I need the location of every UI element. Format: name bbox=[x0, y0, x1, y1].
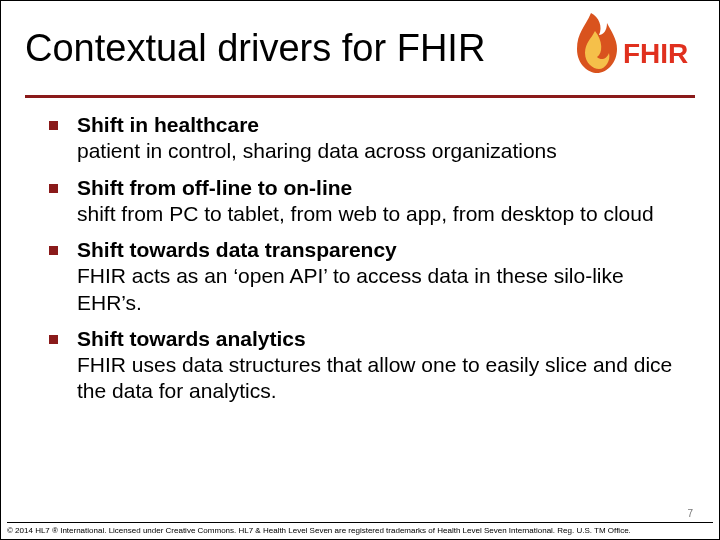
bullet-heading: Shift in healthcare bbox=[77, 113, 259, 136]
list-item: Shift towards analytics FHIR uses data s… bbox=[49, 326, 691, 405]
bullet-body: shift from PC to tablet, from web to app… bbox=[77, 202, 654, 225]
slide: Contextual drivers for FHIR FHIR Shift i… bbox=[0, 0, 720, 540]
bullet-heading: Shift towards data transparency bbox=[77, 238, 397, 261]
bullet-body: patient in control, sharing data across … bbox=[77, 139, 557, 162]
header: Contextual drivers for FHIR FHIR bbox=[1, 1, 719, 95]
list-item: Shift in healthcare patient in control, … bbox=[49, 112, 691, 165]
footer-text: © 2014 HL7 ® International. Licensed und… bbox=[7, 522, 713, 535]
bullet-list: Shift in healthcare patient in control, … bbox=[49, 112, 691, 405]
slide-body: Shift in healthcare patient in control, … bbox=[1, 112, 719, 405]
page-number: 7 bbox=[687, 508, 693, 519]
title-rule bbox=[25, 95, 695, 98]
bullet-body: FHIR acts as an ‘open API’ to access dat… bbox=[77, 264, 624, 313]
list-item: Shift from off-line to on-line shift fro… bbox=[49, 175, 691, 228]
list-item: Shift towards data transparency FHIR act… bbox=[49, 237, 691, 316]
logo-text: FHIR bbox=[623, 38, 688, 69]
bullet-heading: Shift towards analytics bbox=[77, 327, 306, 350]
bullet-heading: Shift from off-line to on-line bbox=[77, 176, 352, 199]
fhir-logo: FHIR bbox=[545, 9, 695, 89]
bullet-body: FHIR uses data structures that allow one… bbox=[77, 353, 672, 402]
page-title: Contextual drivers for FHIR bbox=[25, 29, 545, 69]
